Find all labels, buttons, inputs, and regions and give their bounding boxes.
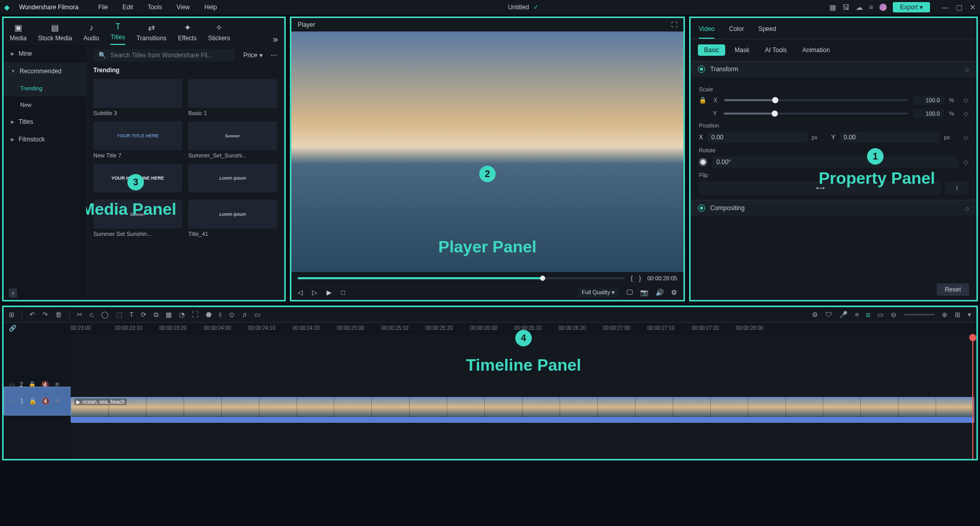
sidebar-item-recommended[interactable]: ▼Recommended bbox=[4, 62, 86, 80]
mark-in-icon[interactable]: { bbox=[631, 275, 633, 282]
title-thumb[interactable]: Basic 1 bbox=[188, 79, 277, 116]
tl-mic-icon[interactable]: 🎤 bbox=[839, 311, 847, 318]
close-icon[interactable]: ✕ bbox=[970, 3, 976, 11]
tab-stock-media[interactable]: ▤Stock Media bbox=[38, 23, 72, 45]
title-thumb[interactable]: SummerSummer Set Sunshin... bbox=[93, 200, 182, 237]
compositing-section-header[interactable]: Compositing ◇ bbox=[691, 200, 976, 216]
price-dropdown[interactable]: Price ▾ bbox=[240, 50, 266, 61]
scale-y-slider[interactable] bbox=[724, 113, 908, 115]
layout-icon[interactable]: ▦ bbox=[829, 3, 836, 11]
tl-list-icon[interactable]: ≡ bbox=[855, 311, 859, 318]
title-thumb[interactable]: Subtitle 3 bbox=[93, 79, 182, 116]
prop-tab-color[interactable]: Color bbox=[729, 22, 744, 39]
tl-tag-icon[interactable]: ⬣ bbox=[206, 311, 211, 318]
timeline-ruler[interactable]: 🔗 00:23:0000:00:23:1000:00:23:2000:00:24… bbox=[4, 323, 976, 335]
avatar-icon[interactable] bbox=[879, 4, 887, 11]
tl-color-icon[interactable]: ▦ bbox=[166, 311, 172, 318]
tab-effects[interactable]: ✦Effects bbox=[178, 23, 197, 45]
timeline-tracks[interactable]: 4 Timeline Panel ▶ocean, sea, beach bbox=[71, 335, 976, 459]
scale-x-input[interactable]: 100.0 bbox=[913, 95, 944, 105]
title-thumb[interactable]: Lorem ipsumTitle_41 bbox=[188, 200, 277, 237]
mute-icon[interactable]: 🔇 bbox=[42, 397, 50, 405]
prev-frame-icon[interactable]: ◁ bbox=[298, 289, 303, 296]
reset-button[interactable]: Reset bbox=[937, 283, 969, 296]
split-icon[interactable]: ✂ bbox=[77, 311, 83, 318]
subtab-basic[interactable]: Basic bbox=[698, 44, 725, 56]
tl-mix-icon[interactable]: ♬ bbox=[242, 311, 247, 318]
camera-icon[interactable]: 📷 bbox=[640, 289, 648, 296]
speed-icon[interactable]: ⟳ bbox=[141, 311, 146, 318]
pos-x-input[interactable]: 0.00 bbox=[707, 132, 807, 143]
sidebar-item-filmstock[interactable]: ▶Filmstock bbox=[4, 131, 86, 148]
zoom-out-icon[interactable]: ⊖ bbox=[891, 311, 896, 318]
delete-icon[interactable]: 🗑 bbox=[55, 311, 62, 318]
crop-icon[interactable]: ⬚ bbox=[116, 311, 122, 318]
tl-menu-icon[interactable]: ⊞ bbox=[9, 311, 14, 318]
zoom-in-icon[interactable]: ⊕ bbox=[942, 311, 948, 318]
tl-marker-icon[interactable]: ◯ bbox=[101, 311, 109, 318]
more-icon[interactable]: ⋯ bbox=[271, 52, 277, 59]
keyframe-icon[interactable]: ◇ bbox=[963, 110, 968, 117]
sidebar-item-mine[interactable]: ▶Mine bbox=[4, 45, 86, 62]
tl-fit-icon[interactable]: ⛶ bbox=[192, 311, 199, 318]
title-thumb[interactable]: Lorem ipsum bbox=[188, 164, 277, 195]
menu-file[interactable]: File bbox=[98, 4, 108, 11]
tab-media[interactable]: ▣Media bbox=[10, 23, 27, 45]
volume-icon[interactable]: 🔊 bbox=[656, 289, 664, 296]
redo-icon[interactable]: ↷ bbox=[42, 311, 48, 318]
tab-audio[interactable]: ♪Audio bbox=[84, 23, 100, 45]
zoom-slider[interactable] bbox=[904, 314, 935, 315]
tl-magnet-icon[interactable]: ⧈ bbox=[866, 311, 870, 319]
tabs-expand-icon[interactable]: » bbox=[273, 34, 278, 45]
playhead[interactable] bbox=[972, 335, 973, 459]
save-icon[interactable]: 🖫 bbox=[842, 3, 850, 11]
search-input[interactable]: 🔍Search Titles from Wondershare Fil... bbox=[93, 49, 235, 61]
export-button[interactable]: Export ▾ bbox=[893, 2, 930, 12]
tl-view-icon[interactable]: ⊞ bbox=[955, 311, 960, 318]
settings-icon[interactable]: ⚙ bbox=[671, 289, 677, 296]
maximize-icon[interactable]: ▢ bbox=[956, 3, 962, 11]
tab-transitions[interactable]: ⇄Transitions bbox=[137, 23, 167, 45]
eye-icon[interactable]: 👁 bbox=[55, 397, 61, 405]
tl-link-toggle-icon[interactable]: 🔗 bbox=[9, 325, 17, 332]
undo-icon[interactable]: ↶ bbox=[29, 311, 35, 318]
sidebar-back-icon[interactable]: ‹ bbox=[9, 289, 17, 298]
tl-group-icon[interactable]: ▭ bbox=[877, 311, 884, 318]
transform-toggle-icon[interactable] bbox=[698, 66, 705, 73]
menu-tools[interactable]: Tools bbox=[148, 4, 162, 11]
keyframe-icon[interactable]: ◇ bbox=[965, 205, 969, 211]
pos-y-input[interactable]: 0.00 bbox=[840, 132, 940, 143]
scale-y-input[interactable]: 100.0 bbox=[913, 109, 944, 118]
scrubber[interactable] bbox=[298, 277, 625, 279]
tl-record-icon[interactable]: ⊙ bbox=[229, 311, 235, 318]
minimize-icon[interactable]: — bbox=[941, 3, 949, 11]
menu-view[interactable]: View bbox=[176, 4, 190, 11]
quality-dropdown[interactable]: Full Quality ▾ bbox=[578, 288, 619, 297]
tl-duration-icon[interactable]: ◔ bbox=[179, 311, 185, 318]
flip-vertical-button[interactable]: ↕ bbox=[945, 181, 968, 195]
tab-stickers[interactable]: ✧Stickers bbox=[208, 23, 230, 45]
compositing-toggle-icon[interactable] bbox=[698, 204, 705, 212]
transform-section-header[interactable]: Transform ◇ bbox=[691, 61, 976, 77]
tl-marker2-icon[interactable]: 🛡 bbox=[825, 311, 832, 318]
flip-horizontal-button[interactable]: ⟷ bbox=[699, 181, 941, 195]
rotate-dial-icon[interactable] bbox=[699, 158, 707, 166]
stop-icon[interactable]: □ bbox=[341, 289, 345, 296]
subtab-mask[interactable]: Mask bbox=[728, 44, 756, 56]
tl-gear-icon[interactable]: ⚙ bbox=[812, 311, 818, 318]
title-thumb[interactable]: SummerSummer_Set_Sunshi... bbox=[188, 121, 277, 158]
tl-link-icon[interactable]: ⧉ bbox=[154, 311, 158, 319]
keyframe-icon[interactable]: ◇ bbox=[963, 158, 968, 166]
sidebar-item-titles[interactable]: ▶Titles bbox=[4, 113, 86, 131]
video-clip[interactable]: ▶ocean, sea, beach bbox=[71, 397, 974, 423]
text-icon[interactable]: T bbox=[129, 311, 134, 318]
subtab-animation[interactable]: Animation bbox=[796, 44, 836, 56]
keyframe-icon[interactable]: ◇ bbox=[963, 97, 968, 104]
player-viewport[interactable]: 2 Player Panel bbox=[291, 31, 683, 272]
hamburger-icon[interactable]: ≡ bbox=[869, 3, 873, 11]
next-frame-icon[interactable]: ▷ bbox=[312, 289, 317, 296]
tl-edit-icon[interactable]: ⎌ bbox=[90, 311, 94, 318]
tl-dropdown-icon[interactable]: ▾ bbox=[968, 311, 971, 318]
snapshot-icon[interactable]: ⛶ bbox=[671, 21, 677, 28]
scale-x-slider[interactable] bbox=[724, 99, 908, 101]
